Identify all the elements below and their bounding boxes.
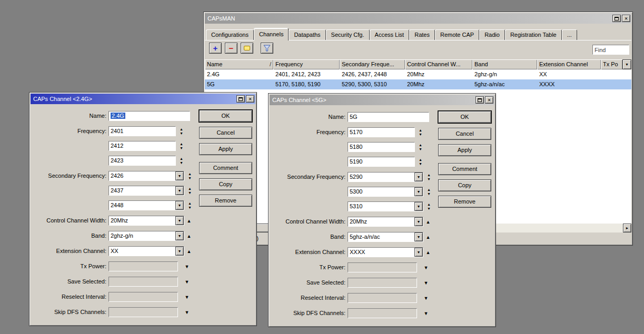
expand-down-arrow-icon[interactable]: ▼ <box>422 295 430 301</box>
frequency-spinner-1[interactable]: ▲▼ <box>178 126 185 136</box>
tab-configurations[interactable]: Configurations <box>206 29 254 40</box>
secondary-frequency-spinner-2[interactable]: ▲▼ <box>186 186 193 196</box>
cancel-button[interactable]: Cancel <box>199 127 252 139</box>
filter-button[interactable] <box>261 43 273 54</box>
spin-up-icon[interactable]: ▲ <box>427 173 431 177</box>
comment-button[interactable]: Comment <box>438 163 491 175</box>
secondary-frequency-input-2[interactable]: 2437 ▼ <box>108 186 184 196</box>
spin-up-icon[interactable]: ▲ <box>180 157 183 161</box>
apply-button[interactable]: Apply <box>199 143 252 155</box>
spin-down-icon[interactable]: ▼ <box>180 161 183 165</box>
ok-button[interactable]: OK <box>199 110 252 122</box>
comment-button[interactable]: Comment <box>199 162 252 174</box>
cancel-button[interactable]: Cancel <box>438 128 491 140</box>
frequency-input-2[interactable]: 2412 <box>108 141 176 151</box>
spin-up-icon[interactable]: ▲ <box>188 187 192 191</box>
expand-down-arrow-icon[interactable]: ▼ <box>183 279 191 285</box>
frequency-input-3[interactable]: 2423 <box>108 156 176 166</box>
maximize-button[interactable] <box>475 96 484 104</box>
apply-button[interactable]: Apply <box>438 144 491 156</box>
collapse-up-arrow-icon[interactable]: ▲ <box>185 218 193 224</box>
band-input[interactable]: 2ghz-g/n ▼ <box>108 231 184 241</box>
spin-up-icon[interactable]: ▲ <box>419 128 422 133</box>
dropdown-button[interactable]: ▼ <box>414 248 423 257</box>
dropdown-button[interactable]: ▼ <box>175 171 184 180</box>
tab-access-list[interactable]: Access List <box>370 29 410 40</box>
spin-up-icon[interactable]: ▲ <box>188 201 192 206</box>
spin-down-icon[interactable]: ▼ <box>419 162 422 166</box>
spin-up-icon[interactable]: ▲ <box>427 188 431 192</box>
collapse-up-arrow-icon[interactable]: ▲ <box>424 234 432 240</box>
frequency-input-1[interactable]: 2401 <box>108 126 176 136</box>
frequency-spinner-2[interactable]: ▲▼ <box>178 141 185 151</box>
secondary-frequency-spinner-1[interactable]: ▲▼ <box>425 172 432 182</box>
secondary-frequency-input-3[interactable]: 5310 ▼ <box>348 201 423 211</box>
frequency-spinner-3[interactable]: ▲▼ <box>417 157 424 167</box>
find-input[interactable] <box>592 45 629 55</box>
remove-button[interactable]: Remove <box>199 195 252 207</box>
spin-down-icon[interactable]: ▼ <box>180 146 183 150</box>
spin-up-icon[interactable]: ▲ <box>419 143 422 147</box>
spin-down-icon[interactable]: ▼ <box>188 191 192 195</box>
secondary-frequency-input-1[interactable]: 5290 ▼ <box>348 172 423 182</box>
dropdown-button[interactable]: ▼ <box>175 201 184 210</box>
dialog-titlebar[interactable]: CAPs Channel <5G> ✕ <box>270 95 494 105</box>
dialog-titlebar[interactable]: CAPs Channel <2.4G> ✕ <box>31 94 255 104</box>
column-header-name[interactable]: Name / <box>205 59 273 69</box>
secondary-frequency-spinner-1[interactable]: ▲▼ <box>186 171 193 181</box>
spin-down-icon[interactable]: ▼ <box>419 133 422 137</box>
column-header-secondary-frequency[interactable]: Secondary Freque... <box>340 59 405 69</box>
dropdown-button[interactable]: ▼ <box>175 231 184 240</box>
tab-channels[interactable]: Channels <box>254 28 289 41</box>
frequency-spinner-2[interactable]: ▲▼ <box>417 142 424 152</box>
secondary-frequency-spinner-3[interactable]: ▲▼ <box>425 201 432 211</box>
collapse-up-arrow-icon[interactable]: ▲ <box>185 248 193 255</box>
maximize-button[interactable] <box>236 95 245 103</box>
expand-down-arrow-icon[interactable]: ▼ <box>183 264 191 270</box>
column-header-band[interactable]: Band <box>472 59 537 69</box>
add-button[interactable]: + <box>209 43 222 54</box>
dropdown-button[interactable]: ▼ <box>175 247 184 256</box>
tab-datapaths[interactable]: Datapaths <box>289 29 325 40</box>
tab-rates[interactable]: Rates <box>409 29 435 40</box>
dropdown-button[interactable]: ▼ <box>175 216 184 225</box>
tab-security-cfg[interactable]: Security Cfg. <box>326 29 370 40</box>
spin-down-icon[interactable]: ▼ <box>188 176 192 180</box>
spin-down-icon[interactable]: ▼ <box>427 177 431 181</box>
spin-down-icon[interactable]: ▼ <box>419 147 422 151</box>
spin-up-icon[interactable]: ▲ <box>188 172 192 176</box>
frequency-spinner-3[interactable]: ▲▼ <box>178 156 185 166</box>
spin-up-icon[interactable]: ▲ <box>419 158 422 162</box>
maximize-button[interactable] <box>612 15 621 22</box>
scroll-right-button[interactable]: ► <box>623 224 631 232</box>
extension-channel-input[interactable]: XX ▼ <box>108 246 184 256</box>
secondary-frequency-input-1[interactable]: 2426 ▼ <box>108 171 184 181</box>
frequency-input-1[interactable]: 5170 <box>348 127 415 137</box>
close-button[interactable]: ✕ <box>246 95 254 103</box>
frequency-input-2[interactable]: 5180 <box>348 142 415 152</box>
remove-button[interactable]: − <box>225 43 237 54</box>
frequency-input-3[interactable]: 5190 <box>348 157 415 167</box>
column-header-control-channel-width[interactable]: Control Channel W... <box>405 59 472 69</box>
tab-registration-table[interactable]: Registration Table <box>505 29 562 40</box>
column-selector-button[interactable]: ▼ <box>622 59 631 69</box>
table-row-24g[interactable]: 2.4G 2401, 2412, 2423 2426, 2437, 2448 2… <box>205 69 631 79</box>
extension-channel-input[interactable]: XXXX ▼ <box>348 247 423 257</box>
secondary-frequency-spinner-3[interactable]: ▲▼ <box>186 200 193 210</box>
spin-down-icon[interactable]: ▼ <box>427 192 431 196</box>
column-header-extension-channel[interactable]: Extension Channel <box>537 59 601 69</box>
spin-down-icon[interactable]: ▼ <box>427 207 431 211</box>
capsman-titlebar[interactable]: CAPsMAN ✕ <box>205 13 631 24</box>
dropdown-button[interactable]: ▼ <box>414 173 423 181</box>
control-channel-width-input[interactable]: 20Mhz ▼ <box>348 217 423 227</box>
secondary-frequency-input-2[interactable]: 5300 ▼ <box>348 187 423 197</box>
expand-down-arrow-icon[interactable]: ▼ <box>183 294 191 300</box>
spin-down-icon[interactable]: ▼ <box>180 131 183 136</box>
collapse-up-arrow-icon[interactable]: ▲ <box>424 249 432 256</box>
secondary-frequency-input-3[interactable]: 2448 ▼ <box>108 200 184 210</box>
collapse-up-arrow-icon[interactable]: ▲ <box>424 219 432 225</box>
remove-button[interactable]: Remove <box>438 196 491 208</box>
secondary-frequency-spinner-2[interactable]: ▲▼ <box>425 187 432 197</box>
expand-down-arrow-icon[interactable]: ▼ <box>183 309 191 316</box>
tab-remote-cap[interactable]: Remote CAP <box>435 29 479 40</box>
